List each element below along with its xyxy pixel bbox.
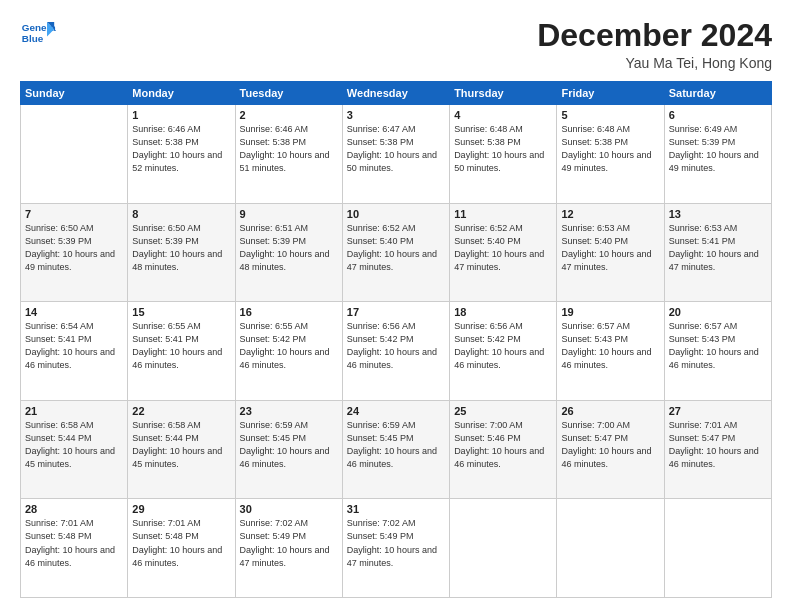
day-info: Sunrise: 6:52 AMSunset: 5:40 PMDaylight:… <box>347 222 445 274</box>
calendar-cell: 10Sunrise: 6:52 AMSunset: 5:40 PMDayligh… <box>342 203 449 302</box>
day-info: Sunrise: 6:47 AMSunset: 5:38 PMDaylight:… <box>347 123 445 175</box>
calendar-cell: 4Sunrise: 6:48 AMSunset: 5:38 PMDaylight… <box>450 105 557 204</box>
calendar-cell: 18Sunrise: 6:56 AMSunset: 5:42 PMDayligh… <box>450 302 557 401</box>
day-info: Sunrise: 6:53 AMSunset: 5:40 PMDaylight:… <box>561 222 659 274</box>
day-info: Sunrise: 7:00 AMSunset: 5:47 PMDaylight:… <box>561 419 659 471</box>
calendar-cell <box>21 105 128 204</box>
calendar-cell: 31Sunrise: 7:02 AMSunset: 5:49 PMDayligh… <box>342 499 449 598</box>
day-info: Sunrise: 6:50 AMSunset: 5:39 PMDaylight:… <box>132 222 230 274</box>
calendar-cell <box>557 499 664 598</box>
calendar-cell: 21Sunrise: 6:58 AMSunset: 5:44 PMDayligh… <box>21 400 128 499</box>
day-info: Sunrise: 6:50 AMSunset: 5:39 PMDaylight:… <box>25 222 123 274</box>
calendar-cell: 14Sunrise: 6:54 AMSunset: 5:41 PMDayligh… <box>21 302 128 401</box>
day-info: Sunrise: 6:51 AMSunset: 5:39 PMDaylight:… <box>240 222 338 274</box>
header-sunday: Sunday <box>21 82 128 105</box>
day-number: 12 <box>561 208 659 220</box>
calendar-header-row: Sunday Monday Tuesday Wednesday Thursday… <box>21 82 772 105</box>
day-number: 31 <box>347 503 445 515</box>
header-thursday: Thursday <box>450 82 557 105</box>
day-number: 29 <box>132 503 230 515</box>
day-info: Sunrise: 6:55 AMSunset: 5:41 PMDaylight:… <box>132 320 230 372</box>
calendar-table: Sunday Monday Tuesday Wednesday Thursday… <box>20 81 772 598</box>
day-info: Sunrise: 7:00 AMSunset: 5:46 PMDaylight:… <box>454 419 552 471</box>
day-info: Sunrise: 6:57 AMSunset: 5:43 PMDaylight:… <box>561 320 659 372</box>
day-number: 18 <box>454 306 552 318</box>
day-number: 24 <box>347 405 445 417</box>
calendar-cell: 29Sunrise: 7:01 AMSunset: 5:48 PMDayligh… <box>128 499 235 598</box>
header-monday: Monday <box>128 82 235 105</box>
day-number: 26 <box>561 405 659 417</box>
day-info: Sunrise: 6:55 AMSunset: 5:42 PMDaylight:… <box>240 320 338 372</box>
day-number: 19 <box>561 306 659 318</box>
day-number: 28 <box>25 503 123 515</box>
day-number: 4 <box>454 109 552 121</box>
day-info: Sunrise: 6:48 AMSunset: 5:38 PMDaylight:… <box>561 123 659 175</box>
calendar-week-3: 14Sunrise: 6:54 AMSunset: 5:41 PMDayligh… <box>21 302 772 401</box>
day-info: Sunrise: 6:52 AMSunset: 5:40 PMDaylight:… <box>454 222 552 274</box>
day-info: Sunrise: 6:46 AMSunset: 5:38 PMDaylight:… <box>240 123 338 175</box>
day-number: 7 <box>25 208 123 220</box>
calendar-cell: 7Sunrise: 6:50 AMSunset: 5:39 PMDaylight… <box>21 203 128 302</box>
calendar-cell: 30Sunrise: 7:02 AMSunset: 5:49 PMDayligh… <box>235 499 342 598</box>
calendar-cell: 13Sunrise: 6:53 AMSunset: 5:41 PMDayligh… <box>664 203 771 302</box>
day-info: Sunrise: 6:58 AMSunset: 5:44 PMDaylight:… <box>132 419 230 471</box>
day-info: Sunrise: 6:56 AMSunset: 5:42 PMDaylight:… <box>454 320 552 372</box>
calendar-cell: 1Sunrise: 6:46 AMSunset: 5:38 PMDaylight… <box>128 105 235 204</box>
calendar-week-5: 28Sunrise: 7:01 AMSunset: 5:48 PMDayligh… <box>21 499 772 598</box>
calendar-cell: 25Sunrise: 7:00 AMSunset: 5:46 PMDayligh… <box>450 400 557 499</box>
logo-icon: General Blue <box>20 18 56 46</box>
calendar-cell: 3Sunrise: 6:47 AMSunset: 5:38 PMDaylight… <box>342 105 449 204</box>
day-number: 22 <box>132 405 230 417</box>
calendar-cell <box>664 499 771 598</box>
header-friday: Friday <box>557 82 664 105</box>
day-info: Sunrise: 6:49 AMSunset: 5:39 PMDaylight:… <box>669 123 767 175</box>
svg-text:Blue: Blue <box>22 33 44 44</box>
calendar-cell: 2Sunrise: 6:46 AMSunset: 5:38 PMDaylight… <box>235 105 342 204</box>
calendar-cell: 24Sunrise: 6:59 AMSunset: 5:45 PMDayligh… <box>342 400 449 499</box>
day-number: 6 <box>669 109 767 121</box>
day-number: 27 <box>669 405 767 417</box>
day-info: Sunrise: 6:53 AMSunset: 5:41 PMDaylight:… <box>669 222 767 274</box>
day-number: 11 <box>454 208 552 220</box>
page: General Blue December 2024 Yau Ma Tei, H… <box>0 0 792 612</box>
day-info: Sunrise: 6:54 AMSunset: 5:41 PMDaylight:… <box>25 320 123 372</box>
calendar-week-1: 1Sunrise: 6:46 AMSunset: 5:38 PMDaylight… <box>21 105 772 204</box>
calendar-cell: 6Sunrise: 6:49 AMSunset: 5:39 PMDaylight… <box>664 105 771 204</box>
day-number: 9 <box>240 208 338 220</box>
main-title: December 2024 <box>537 18 772 53</box>
day-info: Sunrise: 7:01 AMSunset: 5:48 PMDaylight:… <box>132 517 230 569</box>
header: General Blue December 2024 Yau Ma Tei, H… <box>20 18 772 71</box>
calendar-week-2: 7Sunrise: 6:50 AMSunset: 5:39 PMDaylight… <box>21 203 772 302</box>
calendar-cell: 16Sunrise: 6:55 AMSunset: 5:42 PMDayligh… <box>235 302 342 401</box>
calendar-cell: 20Sunrise: 6:57 AMSunset: 5:43 PMDayligh… <box>664 302 771 401</box>
day-number: 14 <box>25 306 123 318</box>
day-info: Sunrise: 6:46 AMSunset: 5:38 PMDaylight:… <box>132 123 230 175</box>
day-info: Sunrise: 6:58 AMSunset: 5:44 PMDaylight:… <box>25 419 123 471</box>
calendar-cell: 11Sunrise: 6:52 AMSunset: 5:40 PMDayligh… <box>450 203 557 302</box>
logo: General Blue <box>20 18 56 46</box>
calendar-cell: 28Sunrise: 7:01 AMSunset: 5:48 PMDayligh… <box>21 499 128 598</box>
day-number: 15 <box>132 306 230 318</box>
calendar-cell <box>450 499 557 598</box>
calendar-cell: 9Sunrise: 6:51 AMSunset: 5:39 PMDaylight… <box>235 203 342 302</box>
calendar-cell: 8Sunrise: 6:50 AMSunset: 5:39 PMDaylight… <box>128 203 235 302</box>
header-wednesday: Wednesday <box>342 82 449 105</box>
day-number: 16 <box>240 306 338 318</box>
day-info: Sunrise: 6:48 AMSunset: 5:38 PMDaylight:… <box>454 123 552 175</box>
calendar-cell: 26Sunrise: 7:00 AMSunset: 5:47 PMDayligh… <box>557 400 664 499</box>
day-info: Sunrise: 7:01 AMSunset: 5:48 PMDaylight:… <box>25 517 123 569</box>
title-block: December 2024 Yau Ma Tei, Hong Kong <box>537 18 772 71</box>
day-number: 2 <box>240 109 338 121</box>
day-number: 1 <box>132 109 230 121</box>
calendar-cell: 23Sunrise: 6:59 AMSunset: 5:45 PMDayligh… <box>235 400 342 499</box>
day-number: 3 <box>347 109 445 121</box>
calendar-cell: 19Sunrise: 6:57 AMSunset: 5:43 PMDayligh… <box>557 302 664 401</box>
calendar-cell: 15Sunrise: 6:55 AMSunset: 5:41 PMDayligh… <box>128 302 235 401</box>
day-number: 10 <box>347 208 445 220</box>
day-number: 23 <box>240 405 338 417</box>
day-number: 17 <box>347 306 445 318</box>
day-info: Sunrise: 6:57 AMSunset: 5:43 PMDaylight:… <box>669 320 767 372</box>
calendar-cell: 27Sunrise: 7:01 AMSunset: 5:47 PMDayligh… <box>664 400 771 499</box>
day-number: 8 <box>132 208 230 220</box>
day-info: Sunrise: 7:02 AMSunset: 5:49 PMDaylight:… <box>347 517 445 569</box>
